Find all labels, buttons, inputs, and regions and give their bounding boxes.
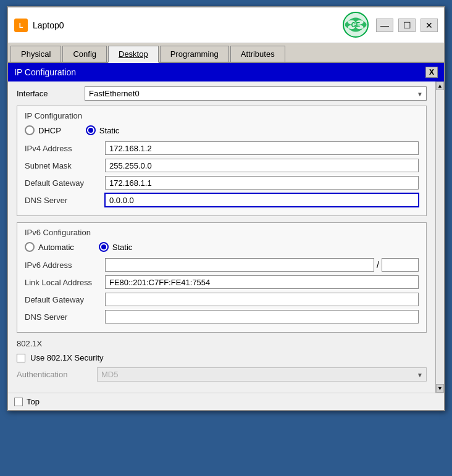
default-gateway-input[interactable]: [105, 176, 419, 190]
title-bar: L Laptop0 GE — ☐ ✕: [8, 7, 444, 43]
link-local-input[interactable]: [105, 275, 419, 289]
scrollbar[interactable]: ▲ ▼: [435, 81, 444, 393]
default-gateway-label: Default Gateway: [25, 178, 105, 188]
auth-row: Authentication MD5: [17, 367, 427, 382]
top-label: Top: [27, 397, 40, 406]
scrollbar-up[interactable]: ▲: [436, 81, 444, 90]
link-local-row: Link Local Address: [25, 275, 419, 289]
ipv6-dns-server-row: DNS Server: [25, 310, 419, 324]
auth-select-wrapper[interactable]: MD5: [97, 367, 427, 382]
dot1x-section: 802.1X Use 802.1X Security Authenticatio…: [17, 339, 427, 382]
form-container: Interface FastEthernet0 IP Configuration: [8, 81, 435, 393]
scrollbar-down[interactable]: ▼: [436, 384, 444, 393]
static-radio[interactable]: [86, 125, 96, 135]
ge-logo: GE: [339, 11, 373, 39]
subnet-mask-row: Subnet Mask: [25, 159, 419, 172]
ipv6-address-label: IPv6 Address: [25, 261, 105, 270]
dot1x-checkbox[interactable]: [17, 354, 25, 362]
bottom-checkbox-row: Top: [14, 397, 40, 406]
app-icon: L: [14, 19, 28, 32]
ipv6-address-row: IPv6 Address /: [25, 258, 419, 272]
tab-config[interactable]: Config: [62, 46, 107, 62]
ipv6-address-input[interactable]: [105, 258, 374, 272]
subnet-mask-label: Subnet Mask: [25, 161, 105, 170]
link-local-label: Link Local Address: [25, 278, 105, 287]
title-bar-left: L Laptop0: [14, 19, 64, 32]
dns-server-row: DNS Server: [25, 193, 419, 207]
ipv6-prefix-input[interactable]: [382, 258, 419, 272]
ipv6-static-option[interactable]: Static: [99, 242, 133, 252]
ipv6-default-gateway-input[interactable]: [105, 293, 419, 306]
bottom-bar: Top: [8, 393, 444, 410]
ip-config-close-button[interactable]: X: [425, 67, 438, 78]
ip-radio-row: DHCP Static: [25, 125, 419, 135]
ip-config-section: IP Configuration DHCP Static: [17, 106, 427, 216]
static-option[interactable]: Static: [86, 125, 120, 135]
ip-config-bar: IP Configuration X: [8, 63, 444, 81]
ipv4-address-input[interactable]: [105, 141, 419, 155]
automatic-option[interactable]: Automatic: [25, 242, 74, 252]
dhcp-radio[interactable]: [25, 125, 35, 135]
interface-row: Interface FastEthernet0: [17, 86, 427, 101]
tab-desktop[interactable]: Desktop: [108, 46, 159, 63]
ip-config-title: IP Configuration: [14, 67, 76, 77]
ipv6-static-label: Static: [112, 243, 133, 252]
ipv6-dns-server-input[interactable]: [105, 310, 419, 324]
minimize-button[interactable]: —: [376, 19, 393, 32]
dhcp-label: DHCP: [38, 126, 61, 135]
ipv6-radio-row: Automatic Static: [25, 242, 419, 252]
form-area: Interface FastEthernet0 IP Configuration: [8, 81, 435, 393]
maximize-button[interactable]: ☐: [398, 19, 416, 32]
ipv6-slash: /: [374, 260, 382, 270]
dot1x-checkbox-label: Use 802.1X Security: [30, 353, 104, 362]
ipv6-static-radio[interactable]: [99, 242, 109, 252]
auth-select[interactable]: MD5: [97, 367, 427, 382]
dot1x-checkbox-row: Use 802.1X Security: [17, 353, 427, 362]
main-content: Interface FastEthernet0 IP Configuration: [8, 81, 444, 393]
window-close-button[interactable]: ✕: [421, 19, 438, 32]
dot1x-title: 802.1X: [17, 339, 427, 348]
scrollbar-track: [436, 90, 444, 384]
default-gateway-row: Default Gateway: [25, 176, 419, 190]
static-label: Static: [99, 126, 120, 135]
ipv6-default-gateway-row: Default Gateway: [25, 293, 419, 306]
window-title: Laptop0: [33, 20, 64, 30]
tab-programming[interactable]: Programming: [160, 46, 229, 62]
interface-select[interactable]: FastEthernet0: [85, 86, 427, 101]
ipv4-address-row: IPv4 Address: [25, 141, 419, 155]
automatic-radio[interactable]: [25, 242, 35, 252]
title-controls: — ☐ ✕: [376, 19, 438, 32]
main-window: L Laptop0 GE — ☐ ✕ Physical Config D: [7, 6, 445, 411]
ipv4-address-label: IPv4 Address: [25, 144, 105, 153]
content-area: IP Configuration X Interface FastEtherne…: [8, 63, 444, 410]
ip-config-section-title: IP Configuration: [25, 111, 419, 120]
ipv6-default-gateway-label: Default Gateway: [25, 295, 105, 304]
svg-text:GE: GE: [351, 22, 361, 28]
dhcp-option[interactable]: DHCP: [25, 125, 61, 135]
automatic-label: Automatic: [38, 243, 74, 252]
ipv6-config-section: IPv6 Configuration Automatic Static: [17, 222, 427, 333]
ipv6-config-section-title: IPv6 Configuration: [25, 228, 419, 237]
subnet-mask-input[interactable]: [105, 159, 419, 172]
ipv6-dns-server-label: DNS Server: [25, 312, 105, 322]
top-checkbox[interactable]: [14, 398, 23, 406]
dns-server-label: DNS Server: [25, 196, 105, 205]
interface-select-wrapper[interactable]: FastEthernet0: [85, 86, 427, 101]
auth-label: Authentication: [17, 370, 91, 379]
tab-attributes[interactable]: Attributes: [230, 46, 285, 62]
interface-label: Interface: [17, 89, 78, 98]
tab-physical[interactable]: Physical: [10, 46, 61, 62]
tab-bar: Physical Config Desktop Programming Attr…: [8, 43, 444, 63]
dns-server-input[interactable]: [105, 193, 419, 207]
